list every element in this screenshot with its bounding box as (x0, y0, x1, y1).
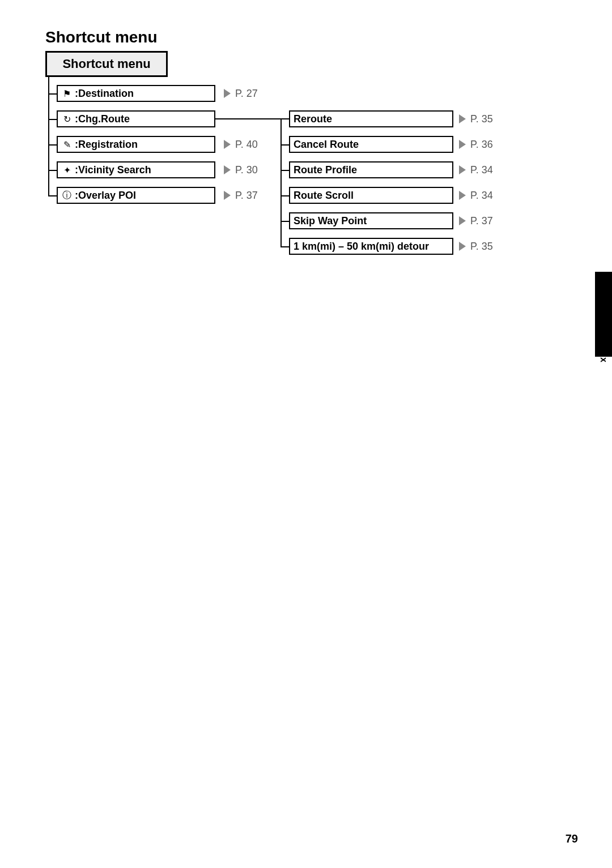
triangle-icon (459, 216, 466, 225)
page-ref: P. 34 (459, 161, 493, 178)
submenu-item-route-scroll: Route Scroll (289, 187, 453, 204)
menu-item-label: :Vicinity Search (75, 164, 151, 176)
page-ref: P. 35 (459, 238, 493, 255)
tree-line (280, 221, 289, 222)
tree-line (280, 246, 289, 247)
submenu-item-label: Route Scroll (294, 190, 354, 202)
page-ref-text: P. 35 (470, 113, 493, 125)
page-ref: P. 27 (224, 85, 258, 102)
menu-item-destination: ⚑ :Destination (57, 85, 215, 102)
submenu-item-detour: 1 km(mi) – 50 km(mi) detour (289, 238, 453, 255)
page-ref: P. 34 (459, 187, 493, 204)
menu-item-chg-route: ↻ :Chg.Route (57, 110, 215, 127)
page-ref-text: P. 34 (470, 190, 493, 202)
vicinity-icon: ✦ (61, 165, 73, 176)
triangle-icon (459, 242, 466, 251)
section-label: Appendix (598, 321, 609, 362)
page-ref-text: P. 34 (470, 164, 493, 176)
menu-item-label: :Registration (75, 139, 138, 151)
page-ref: P. 30 (224, 161, 258, 178)
tree-line (48, 144, 57, 146)
menu-item-label: :Destination (75, 88, 134, 100)
submenu-item-label: Route Profile (294, 164, 357, 176)
tree-line (280, 144, 289, 146)
submenu-item-label: Reroute (294, 113, 332, 125)
submenu-item-label: Skip Way Point (294, 215, 367, 227)
submenu-item-skip-waypoint: Skip Way Point (289, 212, 453, 229)
page-number: 79 (566, 832, 578, 845)
page-ref-text: P. 36 (470, 139, 493, 151)
menu-item-label: :Chg.Route (75, 113, 130, 125)
page-ref: P. 36 (459, 136, 493, 153)
menu-item-vicinity-search: ✦ :Vicinity Search (57, 161, 215, 178)
menu-item-label: :Overlay POI (75, 190, 136, 202)
triangle-icon (459, 191, 466, 200)
tree-line (48, 119, 57, 120)
page-title: Shortcut menu (45, 28, 158, 46)
tree-line (280, 170, 289, 171)
page-ref-text: P. 35 (470, 241, 493, 253)
triangle-icon (224, 165, 231, 174)
page-ref-text: P. 30 (235, 164, 258, 176)
triangle-icon (224, 140, 231, 149)
page-ref-text: P. 37 (235, 190, 258, 202)
root-label: Shortcut menu (62, 57, 150, 71)
tree-line (48, 170, 57, 171)
registration-icon: ✎ (61, 139, 73, 150)
tree-line (280, 195, 289, 196)
triangle-icon (459, 140, 466, 149)
page-ref-text: P. 27 (235, 88, 258, 100)
triangle-icon (459, 114, 466, 123)
submenu-item-label: Cancel Route (294, 139, 359, 151)
tree-line (280, 118, 289, 119)
submenu-item-route-profile: Route Profile (289, 161, 453, 178)
page-ref: P. 37 (224, 187, 258, 204)
tree-line (280, 118, 282, 247)
triangle-icon (224, 89, 231, 98)
page-ref: P. 35 (459, 110, 493, 127)
tree-line (48, 195, 57, 196)
triangle-icon (459, 165, 466, 174)
page-ref-text: P. 40 (235, 139, 258, 151)
menu-item-overlay-poi: ⓘ :Overlay POI (57, 187, 215, 204)
page: Shortcut menu Shortcut menu ⚑ :Destinati… (0, 0, 612, 868)
submenu-item-cancel-route: Cancel Route (289, 136, 453, 153)
menu-item-registration: ✎ :Registration (57, 136, 215, 153)
tree-line (48, 93, 57, 95)
poi-icon: ⓘ (61, 190, 73, 202)
page-ref: P. 37 (459, 212, 493, 229)
route-icon: ↻ (61, 114, 73, 125)
triangle-icon (224, 191, 231, 200)
tree-line (215, 118, 280, 119)
submenu-item-reroute: Reroute (289, 110, 453, 127)
root-box: Shortcut menu (45, 51, 168, 77)
destination-icon: ⚑ (61, 88, 73, 99)
page-ref-text: P. 37 (470, 215, 493, 227)
page-ref: P. 40 (224, 136, 258, 153)
submenu-item-label: 1 km(mi) – 50 km(mi) detour (294, 241, 429, 253)
